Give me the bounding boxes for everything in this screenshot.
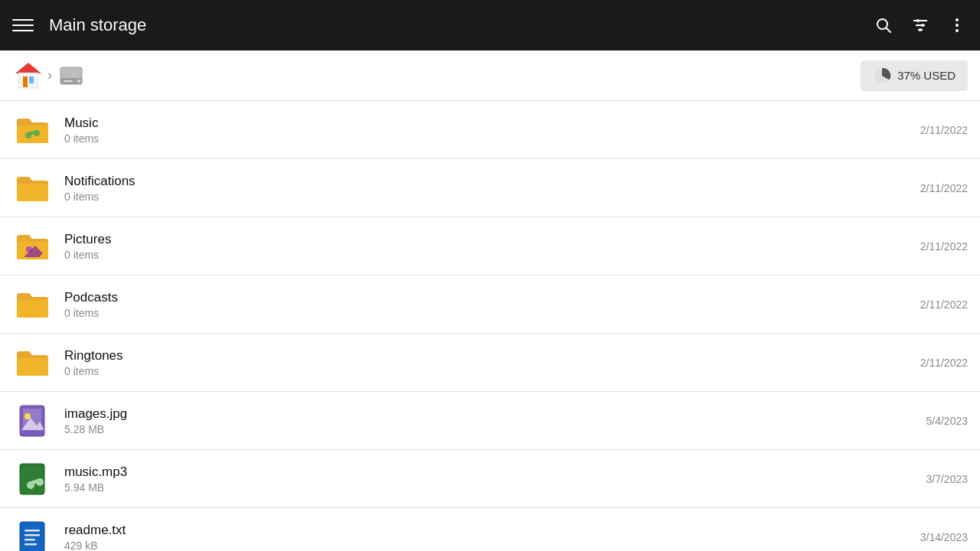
svg-point-22 [34, 130, 40, 136]
svg-rect-14 [29, 77, 34, 83]
file-date: 3/7/2023 [926, 473, 969, 485]
file-info: readme.txt 429 kB [64, 523, 908, 552]
file-meta: 429 kB [64, 540, 908, 552]
svg-rect-23 [17, 184, 48, 201]
svg-rect-13 [23, 77, 28, 87]
svg-rect-40 [24, 534, 40, 536]
file-name: readme.txt [64, 523, 908, 538]
file-info: Ringtones 0 items [64, 348, 908, 377]
file-date: 2/11/2022 [920, 298, 968, 311]
svg-point-9 [956, 24, 959, 27]
svg-point-6 [921, 24, 924, 27]
svg-rect-38 [20, 522, 44, 552]
file-type-icon [12, 168, 52, 208]
file-meta: 5.28 MB [64, 423, 914, 435]
file-type-icon [12, 343, 52, 383]
file-date: 2/11/2022 [920, 357, 968, 369]
list-item[interactable]: Ringtones 0 items 2/11/2022 [0, 334, 980, 392]
svg-point-8 [956, 18, 959, 21]
svg-point-7 [919, 28, 922, 31]
svg-rect-42 [24, 543, 37, 546]
file-date: 2/11/2022 [920, 182, 968, 194]
file-info: music.mp3 5.94 MB [64, 465, 914, 494]
svg-point-31 [24, 413, 31, 419]
more-options-button[interactable] [946, 15, 968, 36]
file-name: images.jpg [64, 406, 914, 422]
svg-rect-18 [64, 80, 73, 82]
file-date: 2/11/2022 [920, 240, 968, 253]
file-type-icon [12, 517, 52, 552]
svg-point-17 [77, 80, 80, 83]
file-name: Pictures [64, 232, 908, 247]
home-button[interactable] [12, 60, 44, 92]
file-info: images.jpg 5.28 MB [64, 406, 914, 435]
file-date: 3/14/2023 [920, 531, 968, 543]
storage-usage-badge: 37% USED [861, 60, 968, 91]
file-type-icon [12, 110, 52, 150]
breadcrumb-chevron: › [47, 67, 52, 83]
file-meta: 0 items [64, 365, 908, 377]
file-type-icon [12, 459, 52, 499]
file-date: 5/4/2023 [926, 415, 969, 427]
svg-marker-11 [15, 63, 41, 73]
svg-rect-39 [24, 530, 40, 532]
file-name: Ringtones [64, 348, 908, 364]
file-info: Music 0 items [64, 116, 908, 145]
file-info: Podcasts 0 items [64, 290, 908, 319]
file-type-icon [12, 401, 52, 441]
svg-point-36 [36, 478, 44, 486]
file-meta: 0 items [64, 191, 908, 203]
topbar: Main storage [0, 0, 980, 51]
file-date: 2/11/2022 [920, 124, 968, 136]
svg-rect-28 [17, 358, 48, 376]
svg-rect-12 [18, 73, 38, 88]
page-title: Main storage [49, 15, 858, 35]
list-item[interactable]: Podcasts 0 items 2/11/2022 [0, 276, 980, 334]
file-name: music.mp3 [64, 465, 914, 480]
search-button[interactable] [873, 15, 894, 36]
svg-point-10 [956, 29, 959, 32]
list-item[interactable]: Notifications 0 items 2/11/2022 [0, 159, 980, 217]
list-item[interactable]: Pictures 0 items 2/11/2022 [0, 217, 980, 276]
file-meta: 0 items [64, 307, 908, 319]
file-info: Pictures 0 items [64, 232, 908, 261]
filter-button[interactable] [910, 15, 931, 36]
list-item[interactable]: readme.txt 429 kB 3/14/2023 [0, 508, 980, 551]
list-item[interactable]: images.jpg 5.28 MB 5/4/2023 [0, 392, 980, 450]
menu-button[interactable] [12, 19, 34, 31]
svg-rect-41 [24, 539, 35, 541]
breadcrumb-bar: › 37% USED [0, 51, 980, 101]
list-item[interactable]: Music 0 items 2/11/2022 [0, 101, 980, 159]
file-name: Music [64, 116, 908, 131]
file-type-icon [12, 227, 52, 266]
file-name: Notifications [64, 174, 908, 189]
file-meta: 5.94 MB [64, 481, 914, 494]
file-info: Notifications 0 items [64, 174, 908, 203]
list-item[interactable]: music.mp3 5.94 MB 3/7/2023 [0, 450, 980, 508]
svg-line-1 [887, 28, 891, 33]
file-name: Podcasts [64, 290, 908, 305]
file-list: Music 0 items 2/11/2022 Notifications 0 … [0, 101, 980, 551]
svg-rect-27 [17, 300, 48, 318]
file-meta: 0 items [64, 132, 908, 145]
storage-icon [55, 60, 87, 92]
svg-point-5 [916, 19, 920, 22]
topbar-actions [873, 15, 968, 36]
file-type-icon [12, 285, 52, 324]
file-meta: 0 items [64, 249, 908, 261]
storage-percent-text: 37% USED [897, 69, 956, 82]
